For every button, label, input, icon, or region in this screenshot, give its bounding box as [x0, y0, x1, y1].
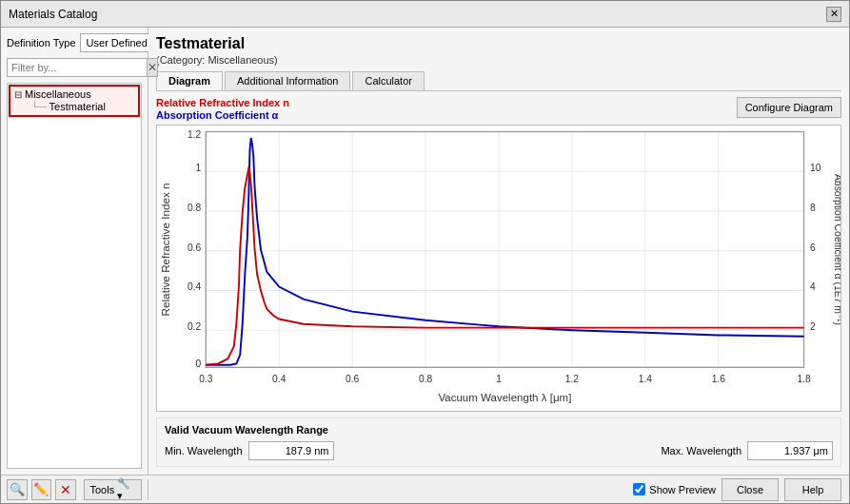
svg-text:1.4: 1.4 [639, 374, 652, 384]
chart-container: 0 0.2 0.4 0.6 0.8 1 1.2 2 4 6 8 10 [156, 125, 841, 412]
svg-text:0.6: 0.6 [188, 242, 201, 253]
tree-toggle-icon: ⊟ [14, 89, 22, 100]
tools-dropdown-icon: 🔧▾ [117, 477, 135, 502]
window-close-button[interactable]: ✕ [826, 7, 841, 22]
def-type-label: Definition Type [7, 37, 76, 48]
svg-text:0.4: 0.4 [272, 374, 286, 384]
search-button[interactable]: 🔍 [7, 479, 28, 500]
diagram-area: Relative Refractive Index n Absorption C… [156, 97, 841, 467]
svg-text:8: 8 [810, 203, 816, 213]
svg-rect-0 [206, 132, 803, 368]
svg-text:Absorption Coefficient α (1E7 : Absorption Coefficient α (1E7 m⁻¹) [833, 174, 840, 325]
main-window: Materials Catalog ✕ Definition Type User… [0, 0, 850, 504]
svg-text:0.6: 0.6 [346, 374, 359, 384]
svg-text:1: 1 [496, 374, 502, 384]
wavelength-range-title: Valid Vacuum Wavelength Range [165, 424, 833, 436]
svg-text:4: 4 [810, 281, 816, 292]
show-preview-text: Show Preview [649, 484, 716, 495]
delete-button[interactable]: ✕ [55, 479, 76, 500]
max-wavelength-label: Max. Wavelength [661, 445, 741, 456]
svg-text:0.8: 0.8 [419, 374, 432, 384]
tabs-row: Diagram Additional Information Calculato… [156, 71, 841, 91]
min-wavelength-input[interactable] [248, 441, 334, 460]
svg-text:6: 6 [810, 242, 816, 253]
tree-node-miscellaneous[interactable]: ⊟ Miscellaneous └─ Testmaterial [9, 85, 140, 117]
tree-child-row[interactable]: └─ Testmaterial [31, 100, 134, 113]
filter-input[interactable] [7, 58, 148, 77]
right-panel: Testmaterial (Category: Miscellaneous) D… [148, 28, 849, 475]
svg-text:1.8: 1.8 [797, 374, 810, 384]
left-panel: Definition Type User Defined ✕ ⊟ Miscell… [1, 28, 148, 475]
tools-dropdown-button[interactable]: Tools 🔧▾ [84, 479, 142, 500]
max-wavelength-group: Max. Wavelength [661, 441, 833, 460]
bottom-left-tools: 🔍 ✏️ ✕ Tools 🔧▾ [1, 479, 148, 500]
min-wavelength-label: Min. Wavelength [165, 445, 243, 456]
svg-text:0.4: 0.4 [188, 281, 201, 292]
help-button[interactable]: Help [784, 478, 841, 501]
def-type-row: Definition Type User Defined [7, 33, 142, 52]
filter-row: ✕ [7, 58, 142, 77]
window-title: Materials Catalog [9, 8, 97, 21]
svg-text:Vacuum Wavelength λ [μm]: Vacuum Wavelength λ [μm] [438, 390, 571, 402]
configure-diagram-button[interactable]: Configure Diagram [737, 97, 841, 118]
edit-button[interactable]: ✏️ [31, 479, 52, 500]
show-preview-label: Show Preview [633, 483, 716, 495]
tree-children: └─ Testmaterial [31, 100, 134, 113]
tree-child-dash-icon: └─ [31, 101, 47, 112]
svg-text:0: 0 [195, 359, 201, 369]
tab-diagram[interactable]: Diagram [156, 71, 223, 90]
tree-parent-label: Miscellaneous [25, 88, 91, 100]
svg-text:1: 1 [195, 163, 201, 173]
svg-text:0.3: 0.3 [199, 374, 212, 384]
legend-absorption-coeff: Absorption Coefficient α [156, 109, 289, 121]
tools-label: Tools [90, 484, 115, 495]
tree-child-label: Testmaterial [49, 101, 106, 112]
chart-svg: 0 0.2 0.4 0.6 0.8 1 1.2 2 4 6 8 10 [157, 126, 840, 411]
material-subtitle: (Category: Miscellaneous) [156, 54, 841, 66]
title-bar: Materials Catalog ✕ [1, 1, 849, 28]
close-button[interactable]: Close [722, 478, 779, 501]
svg-text:1.6: 1.6 [712, 374, 725, 384]
bottom-right-actions: Show Preview Close Help [148, 478, 849, 501]
legend-refractive-index: Relative Refractive Index n [156, 97, 289, 108]
show-preview-checkbox[interactable] [633, 483, 645, 495]
svg-text:0.8: 0.8 [188, 203, 201, 213]
svg-text:2: 2 [810, 321, 816, 332]
max-wavelength-input[interactable] [747, 441, 833, 460]
svg-text:1.2: 1.2 [188, 129, 201, 140]
full-bottom-bar: 🔍 ✏️ ✕ Tools 🔧▾ Show Preview Close Help [1, 475, 849, 503]
min-wavelength-group: Min. Wavelength [165, 441, 334, 460]
wavelength-range-fields: Min. Wavelength Max. Wavelength [165, 441, 833, 460]
svg-text:Relative Refractive Index n: Relative Refractive Index n [159, 183, 171, 316]
diagram-header: Relative Refractive Index n Absorption C… [156, 97, 841, 121]
tree-view: ⊟ Miscellaneous └─ Testmaterial [7, 83, 142, 469]
tree-parent-row: ⊟ Miscellaneous [14, 88, 134, 100]
filter-clear-button[interactable]: ✕ [148, 58, 158, 77]
content-area: Definition Type User Defined ✕ ⊟ Miscell… [1, 28, 849, 475]
svg-text:0.2: 0.2 [188, 321, 201, 332]
material-title: Testmaterial [156, 35, 841, 52]
tab-additional-information[interactable]: Additional Information [225, 71, 350, 90]
diagram-legend: Relative Refractive Index n Absorption C… [156, 97, 289, 121]
svg-text:1.2: 1.2 [565, 374, 579, 384]
svg-text:10: 10 [810, 163, 821, 173]
wavelength-range: Valid Vacuum Wavelength Range Min. Wavel… [156, 417, 841, 467]
tab-calculator[interactable]: Calculator [352, 71, 425, 90]
